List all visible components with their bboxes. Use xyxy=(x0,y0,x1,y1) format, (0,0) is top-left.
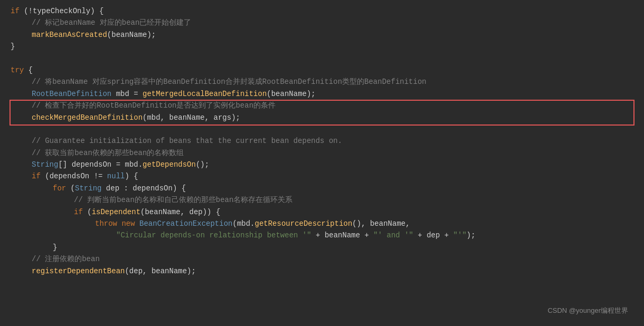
code-container: if (!typeCheckOnly) { // 标记beanName 对应的b… xyxy=(0,0,644,326)
code-line: RootBeanDefinition mbd = getMergedLocalB… xyxy=(0,88,644,100)
function-call: markBeanAsCreated xyxy=(32,29,107,41)
keyword: if xyxy=(11,5,20,17)
code-line: // Guarantee initialization of beans tha… xyxy=(0,135,644,147)
comment: // 标记beanName 对应的bean已经开始创建了 xyxy=(32,17,191,28)
code-line: if (dependsOn != null) { xyxy=(0,170,644,182)
code-line: // 检查下合并好的RootBeanDefinition是否达到了实例化bean… xyxy=(0,100,644,111)
code-line: try { xyxy=(0,64,644,76)
code-line: // 注册依赖的bean xyxy=(0,253,644,265)
code-line xyxy=(0,53,644,64)
code-line: // 将beanName 对应spring容器中的BeanDefinition合… xyxy=(0,76,644,88)
code-line: checkMergedBeanDefinition(mbd, beanName,… xyxy=(0,112,644,123)
code-line: if (!typeCheckOnly) { xyxy=(0,5,644,17)
code-line: for (String dep : dependsOn) { xyxy=(0,183,644,194)
code-line: // 标记beanName 对应的bean已经开始创建了 xyxy=(0,17,644,28)
code-line: if (isDependent(beanName, dep)) { xyxy=(0,206,644,218)
code-line: registerDependentBean(dep, beanName); xyxy=(0,265,644,277)
code-line: "Circular depends-on relationship betwee… xyxy=(0,229,644,241)
code-line: // 判断当前bean的名称和自己依赖的那些bean名称存在循环关系 xyxy=(0,194,644,206)
code-line xyxy=(0,123,644,135)
code-line: } xyxy=(0,41,644,52)
code-line: String[] dependsOn = mbd.getDependsOn(); xyxy=(0,159,644,170)
code-line: // 获取当前bean依赖的那些bean的名称数组 xyxy=(0,147,644,159)
code-line: } xyxy=(0,242,644,253)
code-line: throw new BeanCreationException(mbd.getR… xyxy=(0,218,644,229)
code-line: markBeanAsCreated(beanName); xyxy=(0,29,644,41)
watermark: CSDN @younger编程世界 xyxy=(547,305,628,317)
